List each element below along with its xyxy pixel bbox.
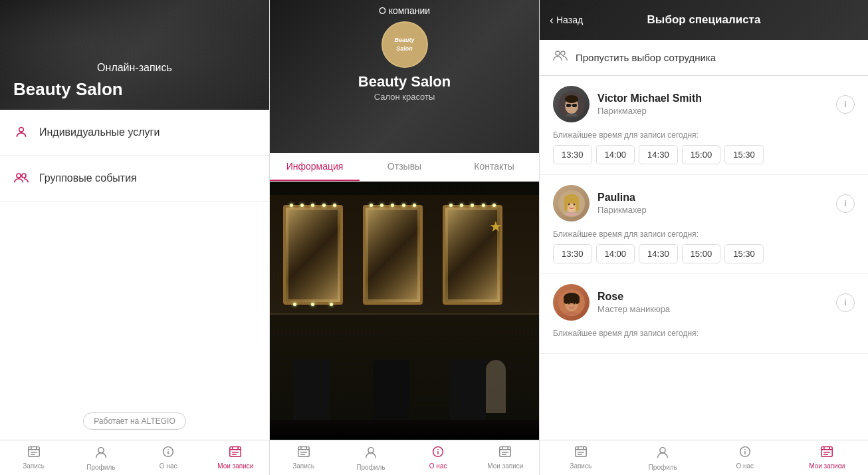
specialist-role-paulina: Парикмахер bbox=[597, 205, 836, 215]
tab-info[interactable]: Информация bbox=[270, 153, 360, 181]
svg-rect-3 bbox=[28, 447, 39, 457]
salon-logo: Beauty Salon bbox=[381, 21, 428, 68]
panel2-salon-name: Beauty Salon bbox=[358, 73, 451, 90]
time-slot-paulina-1500[interactable]: 15:00 bbox=[682, 244, 721, 263]
p3-nav-profile[interactable]: Профиль bbox=[622, 440, 705, 475]
svg-point-9 bbox=[98, 448, 104, 453]
person-icon bbox=[13, 124, 29, 140]
specialist-role-victor: Парикмахер bbox=[597, 106, 836, 116]
p3-nav-about[interactable]: О нас bbox=[704, 440, 786, 475]
specialist-info-row-rose: Rose Мастер маникюра i bbox=[553, 284, 855, 321]
p3-booking-icon bbox=[574, 446, 588, 461]
back-button[interactable]: ‹ Назад bbox=[550, 13, 583, 27]
p2-nav-about-label: О нас bbox=[429, 462, 447, 470]
svg-rect-40 bbox=[566, 104, 571, 107]
p2-nav-booking[interactable]: Запись bbox=[270, 440, 337, 475]
time-slot-victor-1530[interactable]: 15:30 bbox=[724, 145, 764, 164]
specialist-info-row-paulina: Paulina Парикмахер i bbox=[553, 185, 855, 222]
specialist-card-victor: Victor Michael Smith Парикмахер i Ближай… bbox=[540, 76, 868, 175]
time-slot-victor-1500[interactable]: 15:00 bbox=[682, 145, 721, 164]
sidebar-item-group[interactable]: Групповые события bbox=[0, 156, 269, 202]
panel1-header: Онлайн-запись Beauty Salon bbox=[0, 0, 269, 110]
tab-contacts[interactable]: Контакты bbox=[449, 153, 539, 181]
time-slot-paulina-1330[interactable]: 13:30 bbox=[553, 244, 592, 263]
p2-nav-my-bookings-label: Мои записи bbox=[487, 462, 523, 470]
p3-nav-my-bookings[interactable]: Мои записи bbox=[786, 440, 869, 475]
svg-rect-47 bbox=[576, 199, 579, 211]
p2-profile-icon bbox=[365, 446, 377, 462]
time-slot-victor-1400[interactable]: 14:00 bbox=[596, 145, 635, 164]
panel1-bottom-nav: Запись Профиль О нас bbox=[0, 440, 269, 475]
time-slot-victor-1330[interactable]: 13:30 bbox=[553, 145, 592, 164]
p3-nav-booking[interactable]: Запись bbox=[540, 440, 622, 475]
specialist-details-paulina: Paulina Парикмахер bbox=[597, 192, 836, 215]
star-decoration: ★ bbox=[489, 218, 502, 236]
nav-profile[interactable]: Профиль bbox=[67, 440, 134, 475]
panel2-header: О компании Beauty Salon Beauty Salon Сал… bbox=[270, 0, 539, 153]
p2-nav-my-bookings[interactable]: Мои записи bbox=[472, 440, 539, 475]
p2-nav-profile[interactable]: Профиль bbox=[337, 440, 404, 475]
p2-nav-about[interactable]: О нас bbox=[405, 440, 472, 475]
info-button-paulina[interactable]: i bbox=[836, 194, 855, 213]
p3-my-bookings-icon bbox=[820, 446, 833, 461]
p2-info-icon bbox=[432, 446, 444, 461]
booking-icon bbox=[27, 446, 41, 461]
svg-point-28 bbox=[438, 449, 439, 450]
time-slot-paulina-1400[interactable]: 14:00 bbox=[596, 244, 635, 263]
sidebar-item-individual[interactable]: Индивидуальные услуги bbox=[0, 110, 269, 156]
panel1-salon-name: Beauty Salon bbox=[13, 79, 123, 100]
avatar-victor bbox=[553, 86, 590, 122]
p2-my-bookings-icon bbox=[498, 446, 512, 461]
svg-point-56 bbox=[573, 302, 575, 304]
nav-my-bookings[interactable]: Мои записи bbox=[202, 440, 269, 475]
info-button-rose[interactable]: i bbox=[836, 293, 855, 312]
specialist-name-rose: Rose bbox=[597, 291, 836, 303]
p3-nav-profile-label: Профиль bbox=[649, 464, 677, 471]
panel2-salon-subtitle: Салон красоты bbox=[374, 92, 435, 102]
time-slot-paulina-1430[interactable]: 14:30 bbox=[639, 244, 678, 263]
p3-info-icon bbox=[739, 446, 751, 461]
profile-icon bbox=[95, 446, 107, 462]
specialist-card-paulina: Paulina Парикмахер i Ближайшее время для… bbox=[540, 175, 868, 274]
company-label: О компании bbox=[379, 5, 430, 16]
group-icon bbox=[13, 170, 29, 186]
nav-booking[interactable]: Запись bbox=[0, 440, 67, 475]
p3-profile-icon bbox=[657, 446, 669, 462]
skip-employee-row[interactable]: Пропустить выбор сотрудника bbox=[540, 40, 868, 76]
svg-point-55 bbox=[568, 302, 570, 304]
p3-nav-my-bookings-label: Мои записи bbox=[809, 462, 845, 470]
panel-middle: О компании Beauty Salon Beauty Salon Сал… bbox=[270, 0, 540, 475]
powered-by-badge: Работает на ALTEGIO bbox=[83, 412, 185, 430]
svg-rect-67 bbox=[821, 447, 832, 457]
svg-rect-41 bbox=[572, 104, 577, 107]
svg-point-36 bbox=[561, 51, 565, 55]
p3-nav-about-label: О нас bbox=[736, 462, 754, 470]
info-button-victor[interactable]: i bbox=[836, 95, 855, 114]
panel3-header: ‹ Назад Выбор специалиста bbox=[540, 0, 868, 40]
specialist-name-paulina: Paulina bbox=[597, 192, 836, 204]
svg-point-0 bbox=[19, 128, 24, 132]
svg-point-66 bbox=[744, 449, 745, 450]
svg-rect-13 bbox=[230, 447, 241, 457]
back-chevron-icon: ‹ bbox=[550, 13, 554, 27]
time-slot-paulina-1530[interactable]: 15:30 bbox=[724, 244, 764, 263]
skip-employee-icon bbox=[553, 49, 568, 66]
svg-point-25 bbox=[368, 448, 374, 453]
svg-point-48 bbox=[568, 203, 570, 205]
nearest-time-label-rose: Ближайшее время для записи сегодня: bbox=[553, 329, 855, 338]
tab-reviews[interactable]: Отзывы bbox=[360, 153, 449, 181]
svg-point-1 bbox=[17, 174, 21, 178]
time-slots-victor: 13:30 14:00 14:30 15:00 15:30 bbox=[553, 145, 855, 164]
online-booking-title: Онлайн-запись bbox=[13, 62, 256, 74]
nav-about[interactable]: О нас bbox=[135, 440, 202, 475]
svg-point-39 bbox=[565, 95, 578, 103]
svg-point-2 bbox=[22, 174, 26, 178]
avatar-rose bbox=[553, 284, 590, 321]
svg-rect-46 bbox=[564, 199, 568, 211]
time-slot-victor-1430[interactable]: 14:30 bbox=[639, 145, 678, 164]
p2-booking-icon bbox=[297, 446, 310, 461]
my-bookings-icon bbox=[229, 446, 242, 461]
nearest-time-label-victor: Ближайшее время для записи сегодня: bbox=[553, 130, 855, 140]
specialist-details-rose: Rose Мастер маникюра bbox=[597, 291, 836, 314]
svg-rect-29 bbox=[500, 447, 510, 457]
